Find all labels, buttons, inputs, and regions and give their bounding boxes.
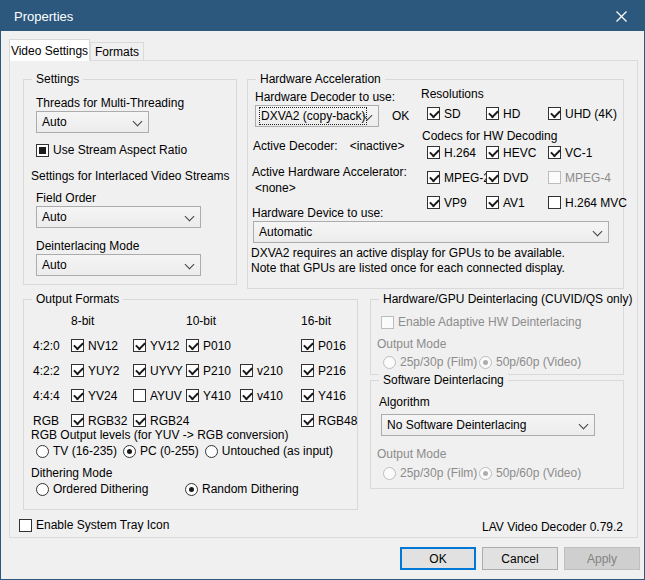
ok-button[interactable]: OK — [400, 547, 476, 570]
checkbox-p216[interactable]: P216 — [301, 364, 350, 378]
radio-film-mode[interactable]: 25p/30p (Film) — [383, 355, 479, 369]
checkbox-yv24[interactable]: YV24 — [71, 389, 133, 403]
hw-device-select[interactable]: Automatic — [253, 221, 609, 243]
radio-label: 25p/30p (Film) — [400, 466, 477, 480]
checkbox-dvd[interactable]: DVD — [486, 171, 548, 185]
chevron-down-icon — [185, 212, 195, 222]
checkbox-label: HD — [503, 107, 520, 121]
checkbox-icon — [133, 364, 146, 377]
checkbox-p210[interactable]: P210 — [186, 364, 240, 378]
use-stream-aspect-ratio-checkbox[interactable]: Use Stream Aspect Ratio — [36, 143, 187, 157]
checkbox-label: YV12 — [150, 339, 179, 353]
properties-dialog: Properties Video Settings Formats Settin… — [0, 0, 645, 580]
checkbox-label: Use Stream Aspect Ratio — [53, 143, 187, 157]
radio-label: Ordered Dithering — [53, 482, 148, 496]
col-header-8bit: 8-bit — [71, 314, 133, 328]
checkbox-hd[interactable]: HD — [486, 107, 548, 121]
checkbox-mpeg4[interactable]: MPEG-4 — [548, 171, 627, 185]
enable-adaptive-hw-deint-checkbox[interactable]: Enable Adaptive HW Deinterlacing — [381, 315, 581, 329]
checkbox-icon — [186, 364, 199, 377]
checkbox-vp9[interactable]: VP9 — [427, 196, 486, 210]
active-decoder-label: Active Decoder: — [253, 139, 338, 153]
checkbox-sd[interactable]: SD — [427, 107, 486, 121]
hw-output-mode-radios: 25p/30p (Film) 50p/60p (Video) — [383, 355, 613, 369]
checkbox-mpeg2[interactable]: MPEG-2 — [427, 171, 486, 185]
sw-output-mode-radios: 25p/30p (Film) 50p/60p (Video) — [383, 466, 613, 480]
checkbox-y410[interactable]: Y410 — [186, 389, 240, 403]
close-button[interactable] — [599, 1, 644, 31]
checkbox-label: P216 — [318, 364, 346, 378]
checkbox-icon — [19, 519, 32, 532]
checkbox-rgb32[interactable]: RGB32 — [71, 414, 133, 428]
checkbox-label: Enable System Tray Icon — [36, 518, 169, 532]
checkbox-nv12[interactable]: NV12 — [71, 339, 133, 353]
radio-random-dithering[interactable]: Random Dithering — [185, 482, 346, 496]
checkbox-uhd-4k[interactable]: UHD (4K) — [548, 107, 617, 121]
close-icon — [616, 11, 627, 22]
hw-decoder-select[interactable]: DXVA2 (copy-back) — [255, 105, 379, 127]
radio-icon — [479, 467, 492, 480]
radio-video-mode[interactable]: 50p/60p (Video) — [479, 466, 613, 480]
dithering-radios: Ordered Dithering Random Dithering — [36, 482, 346, 496]
radio-untouched-levels[interactable]: Untouched (as input) — [205, 444, 333, 458]
col-header-10bit: 10-bit — [186, 314, 240, 328]
checkbox-icon — [548, 146, 561, 159]
checkbox-yv12[interactable]: YV12 — [133, 339, 186, 353]
sw-deint-algorithm-select[interactable]: No Software Deinterlacing — [381, 414, 595, 436]
checkbox-label: v210 — [257, 364, 283, 378]
radio-icon — [479, 356, 492, 369]
checkbox-y416[interactable]: Y416 — [301, 389, 350, 403]
chevron-down-icon — [185, 260, 195, 270]
checkbox-label: Y410 — [203, 389, 231, 403]
group-title: Hardware/GPU Deinterlacing (CUVID/QS onl… — [379, 292, 636, 306]
radio-video-mode[interactable]: 50p/60p (Video) — [479, 355, 613, 369]
checkbox-vc1[interactable]: VC-1 — [548, 146, 627, 160]
radio-ordered-dithering[interactable]: Ordered Dithering — [36, 482, 185, 496]
deinterlacing-mode-select[interactable]: Auto — [36, 254, 201, 276]
radio-icon — [185, 483, 198, 496]
radio-label: 25p/30p (Film) — [400, 355, 477, 369]
checkbox-v210[interactable]: v210 — [240, 364, 301, 378]
checkbox-av1[interactable]: AV1 — [486, 196, 548, 210]
title-bar: Properties — [1, 1, 644, 31]
tab-formats[interactable]: Formats — [90, 42, 144, 61]
radio-icon — [36, 483, 49, 496]
checkbox-v410[interactable]: v410 — [240, 389, 301, 403]
select-value: Auto — [42, 210, 67, 224]
radio-film-mode[interactable]: 25p/30p (Film) — [383, 466, 479, 480]
output-formats-grid: 8-bit 10-bit 16-bit 4:2:0 NV12 YV12 P010 — [33, 308, 350, 433]
radio-tv-levels[interactable]: TV (16-235) — [36, 444, 117, 458]
checkbox-hevc[interactable]: HEVC — [486, 146, 548, 160]
radio-pc-levels[interactable]: PC (0-255) — [123, 444, 199, 458]
field-order-select[interactable]: Auto — [36, 206, 201, 228]
tab-video-settings[interactable]: Video Settings — [9, 39, 90, 61]
select-value: DXVA2 (copy-back) — [261, 109, 365, 123]
checkbox-icon — [548, 107, 561, 120]
hardware-acceleration-group: Hardware Acceleration Hardware Decoder t… — [247, 79, 624, 289]
checkbox-label: RGB32 — [88, 414, 127, 428]
checkbox-icon — [301, 364, 314, 377]
deinterlacing-mode-label: Deinterlacing Mode — [36, 239, 139, 253]
output-mode-label: Output Mode — [377, 447, 446, 461]
checkbox-h264[interactable]: H.264 — [427, 146, 486, 160]
checkbox-rgb48[interactable]: RGB48 — [301, 414, 350, 428]
threads-select[interactable]: Auto — [36, 111, 149, 133]
row-label-rgb: RGB — [33, 414, 71, 428]
radio-icon — [36, 445, 49, 458]
apply-button[interactable]: Apply — [564, 547, 640, 570]
checkbox-label: Y416 — [318, 389, 346, 403]
checkbox-ayuv[interactable]: AYUV — [133, 389, 186, 403]
cancel-button[interactable]: Cancel — [482, 547, 558, 570]
row-label-444: 4:4:4 — [33, 389, 71, 403]
checkbox-p010[interactable]: P010 — [186, 339, 240, 353]
checkbox-uyvy[interactable]: UYVY — [133, 364, 186, 378]
checkbox-p016[interactable]: P016 — [301, 339, 350, 353]
checkbox-icon — [240, 389, 253, 402]
group-title: Output Formats — [32, 292, 123, 306]
checkbox-yuy2[interactable]: YUY2 — [71, 364, 133, 378]
col-header-16bit: 16-bit — [301, 314, 350, 328]
checkbox-label: VP9 — [444, 196, 467, 210]
checkbox-h264-mvc[interactable]: H.264 MVC — [548, 196, 627, 210]
enable-system-tray-checkbox[interactable]: Enable System Tray Icon — [19, 518, 169, 532]
checkbox-rgb24[interactable]: RGB24 — [133, 414, 186, 428]
